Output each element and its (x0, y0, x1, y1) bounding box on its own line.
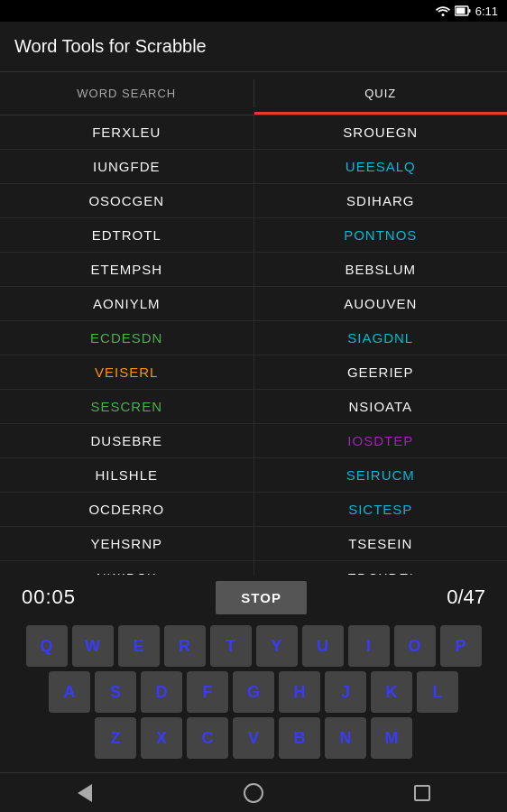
app-bar: Word Tools for Scrabble (0, 22, 507, 72)
word-cell-left[interactable]: EDTROTL (0, 218, 254, 252)
key-b[interactable]: B (279, 717, 320, 759)
stop-button[interactable]: STOP (216, 581, 307, 614)
recents-button[interactable] (402, 773, 442, 813)
word-cell-left[interactable]: ECDESDN (0, 321, 254, 355)
word-row: VEISERLGEERIEP (0, 355, 507, 390)
key-a[interactable]: A (49, 671, 90, 713)
keyboard-row: QWERTYUIOP (9, 625, 498, 667)
keyboard-row: ASDFGHJKL (9, 671, 498, 713)
word-cell-right[interactable]: PONTNOS (254, 218, 508, 252)
home-icon (244, 783, 263, 803)
key-c[interactable]: C (187, 717, 228, 759)
word-cell-left[interactable]: ETEMPSH (0, 253, 254, 286)
key-q[interactable]: Q (26, 625, 68, 667)
word-cell-left[interactable]: YEHSRNP (0, 527, 254, 560)
word-cell-right[interactable]: SICTESP (254, 493, 508, 526)
svg-point-0 (441, 14, 444, 16)
score-display: 0/47 (447, 586, 485, 609)
word-cell-right[interactable]: BEBSLUM (254, 253, 508, 286)
home-button[interactable] (234, 773, 273, 813)
word-cell-left[interactable]: HILSHLE (0, 458, 254, 492)
word-cell-left[interactable]: AONIYLM (0, 287, 254, 320)
keyboard: QWERTYUIOPASDFGHJKLZXCVBNM (0, 620, 507, 772)
key-w[interactable]: W (72, 625, 114, 667)
word-row: OSOCGENSDIHARG (0, 184, 507, 218)
key-d[interactable]: D (141, 671, 182, 713)
word-cell-right[interactable]: NSIOATA (254, 390, 508, 423)
tab-quiz[interactable]: QUIZ (254, 72, 508, 115)
word-cell-right[interactable]: IOSDTEP (254, 424, 508, 457)
key-g[interactable]: G (233, 671, 274, 713)
nav-bar (0, 772, 507, 812)
recents-icon (414, 785, 430, 801)
tab-word-search[interactable]: WORD SEARCH (0, 72, 254, 115)
word-row: ETEMPSHBEBSLUM (0, 253, 507, 287)
word-cell-left[interactable]: SESCREN (0, 390, 254, 423)
key-r[interactable]: R (164, 625, 206, 667)
key-m[interactable]: M (371, 717, 412, 759)
word-cell-right[interactable]: SROUEGN (254, 115, 508, 149)
key-l[interactable]: L (417, 671, 458, 713)
svg-rect-2 (468, 9, 470, 13)
key-e[interactable]: E (118, 625, 160, 667)
key-f[interactable]: F (187, 671, 228, 713)
word-row: ECDESDNSIAGDNL (0, 321, 507, 355)
key-n[interactable]: N (325, 717, 366, 759)
key-u[interactable]: U (302, 625, 344, 667)
key-k[interactable]: K (371, 671, 412, 713)
timer-display: 00:05 (22, 586, 76, 609)
time-display: 6:11 (475, 5, 498, 18)
key-i[interactable]: I (348, 625, 390, 667)
word-cell-left[interactable]: DUSEBRE (0, 424, 254, 457)
back-button[interactable] (65, 773, 105, 813)
word-cell-right[interactable]: UEESALQ (254, 150, 508, 183)
key-s[interactable]: S (95, 671, 136, 713)
key-y[interactable]: Y (256, 625, 298, 667)
word-row: FERXLEUSROUEGN (0, 115, 507, 150)
key-h[interactable]: H (279, 671, 320, 713)
word-cell-left[interactable]: FERXLEU (0, 115, 254, 149)
keyboard-row: ZXCVBNM (9, 717, 498, 759)
tabs-container: WORD SEARCH QUIZ (0, 72, 507, 115)
bottom-area: 00:05 STOP 0/47 QWERTYUIOPASDFGHJKLZXCVB… (0, 575, 507, 772)
key-z[interactable]: Z (95, 717, 136, 759)
word-cell-left[interactable]: IUNGFDE (0, 150, 254, 183)
word-row: EDTROTLPONTNOS (0, 218, 507, 253)
battery-icon (455, 5, 471, 16)
word-cell-right[interactable]: SIAGDNL (254, 321, 508, 355)
key-o[interactable]: O (394, 625, 436, 667)
app-title: Word Tools for Scrabble (14, 36, 207, 57)
svg-rect-3 (456, 8, 465, 14)
word-list: FERXLEUSROUEGNIUNGFDEUEESALQOSOCGENSDIHA… (0, 115, 507, 603)
timer-score-row: 00:05 STOP 0/47 (0, 575, 507, 620)
key-x[interactable]: X (141, 717, 182, 759)
key-p[interactable]: P (440, 625, 482, 667)
word-row: YEHSRNPTSESEIN (0, 527, 507, 561)
word-row: HILSHLESEIRUCM (0, 458, 507, 493)
word-row: SESCRENNSIOATA (0, 390, 507, 424)
word-cell-left[interactable]: OSOCGEN (0, 184, 254, 217)
word-cell-left[interactable]: VEISERL (0, 355, 254, 389)
key-v[interactable]: V (233, 717, 274, 759)
word-cell-right[interactable]: GEERIEP (254, 355, 508, 389)
word-row: IUNGFDEUEESALQ (0, 150, 507, 184)
word-row: AONIYLMAUOUVEN (0, 287, 507, 321)
key-t[interactable]: T (210, 625, 252, 667)
word-cell-left[interactable]: OCDERRO (0, 493, 254, 526)
status-bar: 6:11 (0, 0, 507, 22)
key-j[interactable]: J (325, 671, 366, 713)
word-row: OCDERROSICTESP (0, 493, 507, 527)
word-cell-right[interactable]: SEIRUCM (254, 458, 508, 492)
wifi-icon (436, 5, 450, 16)
word-cell-right[interactable]: SDIHARG (254, 184, 508, 217)
back-icon (78, 784, 92, 802)
status-icons: 6:11 (436, 5, 498, 18)
word-cell-right[interactable]: AUOUVEN (254, 287, 508, 320)
word-cell-right[interactable]: TSESEIN (254, 527, 508, 560)
word-row: DUSEBREIOSDTEP (0, 424, 507, 458)
